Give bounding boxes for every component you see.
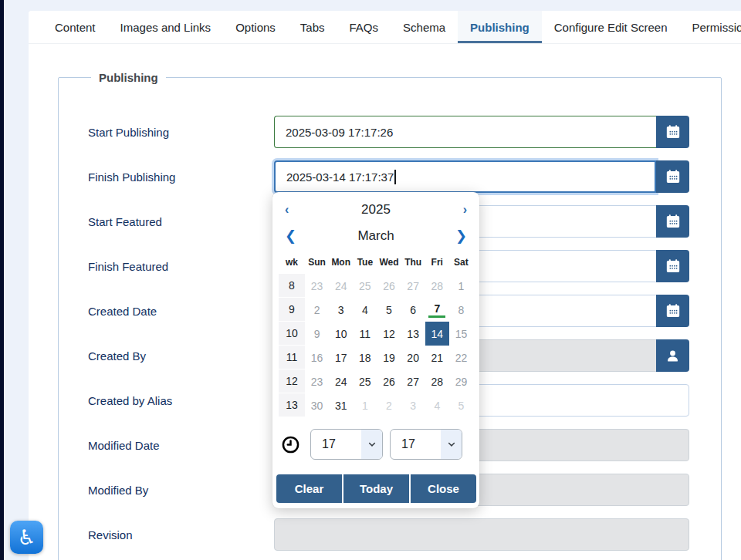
year-label: 2025 bbox=[292, 202, 459, 218]
day-cell-25[interactable]: 25 bbox=[353, 274, 377, 298]
form-row-revision: Revision bbox=[0, 518, 741, 551]
day-cell-17[interactable]: 17 bbox=[329, 346, 353, 369]
datepicker-buttons: ClearTodayClose bbox=[276, 474, 476, 503]
day-cell-2[interactable]: 2 bbox=[305, 298, 329, 322]
day-cell-18[interactable]: 18 bbox=[353, 346, 377, 369]
user-button[interactable] bbox=[656, 339, 689, 372]
day-cell-9[interactable]: 9 bbox=[305, 322, 329, 346]
day-number: 24 bbox=[335, 280, 347, 292]
year-nav: ‹ 2025 › bbox=[282, 200, 470, 220]
day-cell-24[interactable]: 24 bbox=[329, 274, 353, 298]
week-number: 12 bbox=[279, 369, 305, 393]
minute-value: 17 bbox=[391, 430, 441, 459]
day-number: 23 bbox=[311, 376, 323, 388]
calendar-button[interactable] bbox=[656, 205, 689, 238]
day-cell-8[interactable]: 8 bbox=[449, 298, 473, 322]
day-number: 26 bbox=[383, 376, 395, 388]
day-cell-5[interactable]: 5 bbox=[449, 393, 473, 417]
day-number: 25 bbox=[359, 280, 371, 292]
clear-button[interactable]: Clear bbox=[276, 474, 342, 503]
day-cell-1[interactable]: 1 bbox=[449, 274, 473, 298]
tab-configure-edit-screen[interactable]: Configure Edit Screen bbox=[542, 11, 680, 43]
close-button[interactable]: Close bbox=[411, 474, 476, 503]
hour-select[interactable]: 17 bbox=[310, 429, 383, 460]
next-year-icon[interactable]: › bbox=[460, 204, 470, 216]
day-cell-13[interactable]: 13 bbox=[401, 322, 425, 346]
day-cell-31[interactable]: 31 bbox=[329, 393, 353, 417]
tab-publishing[interactable]: Publishing bbox=[458, 11, 542, 43]
tab-options[interactable]: Options bbox=[223, 11, 288, 43]
month-label: March bbox=[299, 228, 452, 244]
tab-schema[interactable]: Schema bbox=[391, 11, 458, 43]
day-cell-10[interactable]: 10 bbox=[329, 322, 353, 346]
day-cell-4[interactable]: 4 bbox=[353, 298, 377, 322]
minute-select[interactable]: 17 bbox=[390, 429, 462, 460]
calendar-button[interactable] bbox=[656, 250, 689, 282]
week-number: 10 bbox=[279, 322, 305, 346]
day-header-thu: Thu bbox=[401, 257, 425, 268]
day-number: 27 bbox=[407, 280, 419, 292]
day-cell-1[interactable]: 1 bbox=[353, 393, 377, 417]
day-cell-28[interactable]: 28 bbox=[425, 274, 449, 298]
today-button[interactable]: Today bbox=[343, 474, 409, 503]
day-cell-27[interactable]: 27 bbox=[401, 274, 425, 298]
day-cell-26[interactable]: 26 bbox=[377, 369, 401, 393]
calendar-button[interactable] bbox=[656, 116, 689, 148]
day-cell-28[interactable]: 28 bbox=[425, 369, 449, 393]
day-cell-3[interactable]: 3 bbox=[401, 393, 425, 417]
tab-tabs[interactable]: Tabs bbox=[288, 11, 337, 43]
calendar-button[interactable] bbox=[656, 295, 689, 327]
next-month-icon[interactable]: ❯ bbox=[452, 229, 470, 243]
day-cell-3[interactable]: 3 bbox=[329, 298, 353, 322]
tab-images-and-links[interactable]: Images and Links bbox=[108, 11, 224, 43]
field-label-created-by: Created By bbox=[88, 349, 146, 363]
day-cell-6[interactable]: 6 bbox=[401, 298, 425, 322]
day-number: 19 bbox=[383, 352, 395, 364]
finish-publishing-input[interactable]: 2025-03-14 17:17:37 bbox=[274, 160, 656, 193]
day-number: 11 bbox=[360, 328, 371, 340]
day-cell-23[interactable]: 23 bbox=[305, 369, 329, 393]
day-cell-24[interactable]: 24 bbox=[329, 369, 353, 393]
prev-month-icon[interactable]: ❮ bbox=[282, 229, 299, 243]
calendar-icon bbox=[665, 258, 681, 274]
day-cell-16[interactable]: 16 bbox=[305, 346, 329, 369]
prev-year-icon[interactable]: ‹ bbox=[282, 204, 292, 216]
day-cell-23[interactable]: 23 bbox=[305, 274, 329, 298]
field-label-start-publishing: Start Publishing bbox=[88, 126, 169, 139]
day-cell-27[interactable]: 27 bbox=[401, 369, 425, 393]
day-cell-19[interactable]: 19 bbox=[377, 346, 401, 369]
calendar-grid: 8232425262728192345678109101112131415111… bbox=[279, 274, 473, 417]
field-label-revision: Revision bbox=[88, 528, 133, 541]
day-header-sun: Sun bbox=[305, 257, 329, 268]
day-cell-2[interactable]: 2 bbox=[377, 393, 401, 417]
day-cell-12[interactable]: 12 bbox=[377, 322, 401, 346]
revision-field-group bbox=[274, 518, 689, 551]
start-publishing-input[interactable]: 2025-03-09 17:17:26 bbox=[274, 116, 656, 148]
day-cell-20[interactable]: 20 bbox=[401, 346, 425, 369]
day-cell-5[interactable]: 5 bbox=[377, 298, 401, 322]
calendar-icon bbox=[665, 124, 681, 140]
day-cell-22[interactable]: 22 bbox=[449, 346, 473, 369]
day-cell-4[interactable]: 4 bbox=[425, 393, 449, 417]
day-cell-26[interactable]: 26 bbox=[377, 274, 401, 298]
day-cell-7[interactable]: 7 bbox=[425, 298, 449, 322]
day-cell-30[interactable]: 30 bbox=[305, 393, 329, 417]
field-label-created-by-alias: Created by Alias bbox=[88, 394, 172, 407]
day-cell-21[interactable]: 21 bbox=[425, 346, 449, 369]
calendar-button[interactable] bbox=[656, 160, 689, 193]
day-header-wed: Wed bbox=[377, 257, 401, 268]
day-number: 5 bbox=[458, 400, 465, 412]
day-cell-14[interactable]: 14 bbox=[425, 322, 449, 346]
tab-content[interactable]: Content bbox=[42, 11, 108, 43]
tab-faqs[interactable]: FAQs bbox=[337, 11, 391, 43]
text-caret bbox=[394, 170, 396, 184]
day-cell-25[interactable]: 25 bbox=[353, 369, 377, 393]
day-cell-15[interactable]: 15 bbox=[449, 322, 473, 346]
day-cell-29[interactable]: 29 bbox=[449, 369, 473, 393]
day-cell-11[interactable]: 11 bbox=[353, 322, 377, 346]
tab-permissions[interactable]: Permissions bbox=[679, 11, 741, 43]
day-number: 3 bbox=[338, 304, 344, 316]
accessibility-button[interactable]: ♿ bbox=[10, 521, 43, 554]
datepicker-popup: ‹ 2025 › ❮ March ❯ wkSunMonTueWedThuFriS… bbox=[272, 192, 479, 508]
day-number: 13 bbox=[407, 328, 419, 340]
